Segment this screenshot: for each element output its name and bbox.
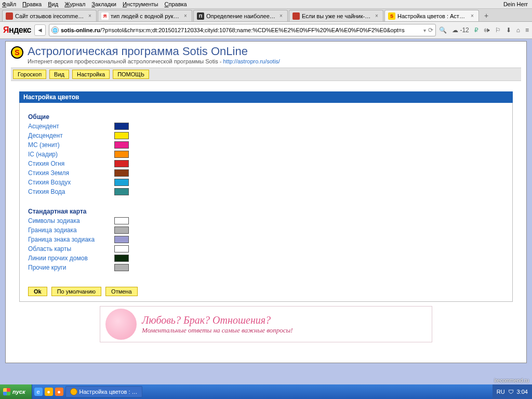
windows-flag-icon	[3, 388, 10, 395]
color-label[interactable]: Стихия Огня	[28, 160, 111, 167]
tab-close-button[interactable]: ×	[182, 13, 189, 19]
sotis-link[interactable]: http://astropro.ru/sotis/	[223, 58, 280, 64]
tab-close-button[interactable]: ×	[374, 13, 380, 19]
cancel-button[interactable]: Отмена	[105, 287, 137, 296]
yandex-brand: Яндекс	[3, 25, 31, 35]
tab-close-button[interactable]: ×	[469, 13, 475, 19]
sotis-logo-icon: S	[11, 46, 23, 59]
app-menu-ПОМОЩЬ[interactable]: ПОМОЩЬ	[113, 70, 149, 79]
browser-tab[interactable]: ПОпределение наиболее под…×	[193, 10, 288, 21]
site-identity-icon: 🌐	[51, 26, 59, 34]
taskbar-active-window[interactable]: Настройка цветов : …	[65, 386, 142, 397]
browser-tab[interactable]: Если вы уже не чайник-аст…×	[289, 10, 383, 21]
ff-menu-Журнал[interactable]: Журнал	[64, 1, 85, 7]
app-menu-Гороскоп[interactable]: Гороскоп	[13, 70, 46, 79]
color-label[interactable]: Стихия Земля	[28, 169, 111, 177]
color-swatch[interactable]	[114, 227, 129, 234]
color-label[interactable]: Асцендент	[28, 123, 111, 130]
color-swatch[interactable]	[114, 141, 129, 149]
favicon-icon: S	[388, 12, 395, 20]
color-swatch[interactable]	[114, 236, 129, 243]
cupid-icon	[105, 309, 137, 340]
ruble-icon[interactable]: ₽	[474, 26, 478, 34]
page-content: S Астрологическая программа Sotis OnLine…	[5, 41, 527, 363]
color-label[interactable]: Линии прочих домов	[28, 255, 111, 262]
tray-lang-icon[interactable]: RU	[497, 389, 505, 395]
default-button[interactable]: По умолчанию	[51, 287, 101, 296]
color-label[interactable]: Стихия Вода	[28, 188, 111, 195]
ff-menu-Справка[interactable]: Справка	[165, 1, 187, 7]
quick-app-icon[interactable]: ●	[45, 388, 53, 396]
color-setting-row: Символы зодиака	[28, 216, 504, 225]
color-setting-row: IC (надир)	[28, 150, 504, 159]
color-label[interactable]: Граница зодиака	[28, 227, 111, 234]
tab-title: Настройка цветов : Астрол…	[397, 13, 467, 19]
color-swatch[interactable]	[114, 132, 129, 139]
tab-close-button[interactable]: ×	[87, 13, 93, 19]
color-label[interactable]: Десцендент	[28, 132, 111, 139]
color-label[interactable]: Граница знака зодиака	[28, 236, 111, 243]
color-label[interactable]: Символы зодиака	[28, 217, 111, 224]
bookmark-icon[interactable]: ⚐	[495, 26, 501, 34]
color-label[interactable]: Область карты	[28, 245, 111, 252]
color-swatch[interactable]	[114, 264, 129, 271]
ff-menu-Инструменты[interactable]: Инструменты	[123, 1, 158, 7]
color-label[interactable]: Стихия Воздух	[28, 179, 111, 186]
tab-title: Сайт отзывов irecommend.r…	[15, 13, 85, 19]
ff-menu-Правка[interactable]: Правка	[22, 1, 42, 7]
ad-banner[interactable]: Любовь? Брак? Отношения? Моментальные от…	[100, 306, 432, 342]
favicon-icon	[6, 12, 13, 20]
tab-title: Определение наиболее под…	[206, 13, 276, 19]
tray-shield-icon[interactable]: 🛡	[508, 389, 514, 395]
color-label[interactable]: MC (зенит)	[28, 141, 111, 149]
color-swatch[interactable]	[114, 255, 129, 262]
quick-launch: e ● ●	[34, 388, 63, 396]
download-icon[interactable]: ⬇	[506, 26, 511, 34]
ff-menu-Файл[interactable]: Файл	[2, 1, 16, 7]
panel-title: Настройка цветов	[19, 91, 513, 103]
browser-tab[interactable]: Ятип людей с водной рукой …×	[98, 10, 192, 21]
ok-button[interactable]: Ok	[28, 287, 47, 296]
color-label[interactable]: IC (надир)	[28, 151, 111, 158]
color-swatch[interactable]	[114, 151, 129, 158]
section-heading: Общие	[28, 113, 504, 121]
hamburger-menu-icon[interactable]: ≡	[525, 26, 529, 34]
color-setting-row: MC (зенит)	[28, 140, 504, 150]
browser-tab[interactable]: Сайт отзывов irecommend.r…×	[2, 10, 97, 21]
color-setting-row: Граница знака зодиака	[28, 235, 504, 244]
nav-back-button[interactable]: ◄	[34, 24, 46, 36]
tab-close-button[interactable]: ×	[278, 13, 284, 19]
new-tab-button[interactable]: +	[480, 11, 493, 20]
panel-body: ОбщиеАсцендентДесцендентMC (зенит)IC (на…	[19, 103, 513, 302]
color-swatch[interactable]	[114, 169, 129, 177]
weather-widget[interactable]: ☁-12	[452, 26, 469, 34]
reload-button[interactable]: ⟳	[428, 26, 433, 34]
url-box[interactable]: 🌐 sotis-online.ru/?p=sotol&chr=sx:m;dt:2…	[49, 24, 436, 36]
color-swatch[interactable]	[114, 188, 129, 195]
system-tray[interactable]: RU 🛡 3:04	[493, 384, 532, 399]
color-label[interactable]: Прочие круги	[28, 264, 111, 271]
color-swatch[interactable]	[114, 160, 129, 167]
color-swatch[interactable]	[114, 123, 129, 130]
color-setting-row: Стихия Воздух	[28, 178, 504, 187]
color-swatch[interactable]	[114, 245, 129, 252]
banner-line2: Моментальные ответы на самые важные вопр…	[142, 326, 293, 335]
color-setting-row: Линии прочих домов	[28, 254, 504, 263]
ff-menu-Закладки[interactable]: Закладки	[91, 1, 116, 7]
banner-line1: Любовь? Брак? Отношения?	[142, 314, 293, 326]
home-icon[interactable]: ⌂	[516, 26, 520, 34]
app-menu-Настройка[interactable]: Настройка	[72, 70, 110, 79]
browser-tab[interactable]: SНастройка цветов : Астрол…×	[384, 10, 479, 21]
quick-ie-icon[interactable]: e	[34, 388, 43, 396]
app-menu-Вид[interactable]: Вид	[49, 70, 69, 79]
start-button[interactable]: пуск	[0, 384, 32, 399]
favicon-icon: П	[197, 12, 204, 20]
color-swatch[interactable]	[114, 217, 129, 224]
quick-firefox-icon[interactable]: ●	[55, 388, 63, 396]
search-icon[interactable]: 🔍	[439, 26, 447, 34]
ff-menu-Вид[interactable]: Вид	[48, 1, 58, 7]
color-swatch[interactable]	[114, 179, 129, 186]
url-dropdown-icon[interactable]: ▾	[423, 28, 426, 33]
sound-icon[interactable]: 🕪	[484, 26, 490, 34]
color-setting-row: Граница зодиака	[28, 225, 504, 235]
